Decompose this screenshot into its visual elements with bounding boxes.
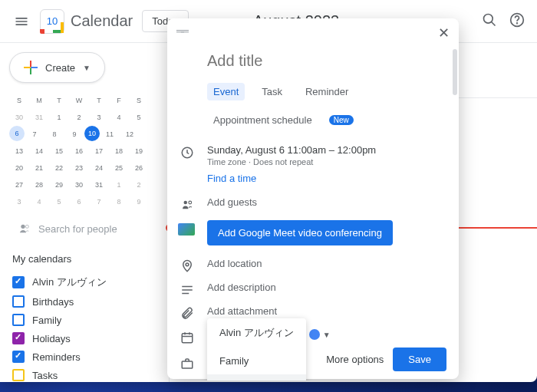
mini-cal-day[interactable]: 30: [9, 109, 29, 126]
search-icon[interactable]: [482, 12, 497, 31]
tab-reminder[interactable]: Reminder: [299, 83, 354, 100]
find-time-link[interactable]: Find a time: [207, 173, 376, 184]
mini-cal-day[interactable]: 24: [89, 160, 109, 176]
event-timezone-repeat[interactable]: Time zone · Does not repeat: [207, 157, 376, 166]
svg-rect-13: [182, 334, 193, 343]
mini-cal-day[interactable]: 6: [69, 193, 89, 210]
mini-cal-day[interactable]: 4: [109, 109, 129, 126]
svg-point-4: [21, 225, 25, 229]
drag-handle-icon[interactable]: ══: [176, 25, 186, 41]
calendar-list-item[interactable]: Reminders: [9, 348, 169, 366]
calendar-checkbox[interactable]: [12, 351, 25, 363]
tab-task[interactable]: Task: [255, 83, 288, 100]
add-attachment-button[interactable]: Add attachment: [207, 305, 277, 317]
mini-cal-day[interactable]: 1: [49, 109, 69, 126]
calendar-list-item[interactable]: Birthdays: [9, 292, 169, 311]
add-guests-button[interactable]: Add guests: [207, 196, 257, 208]
mini-cal-day[interactable]: 5: [129, 109, 149, 126]
more-options-button[interactable]: More options: [326, 354, 384, 365]
calendar-checkbox[interactable]: [12, 295, 25, 308]
calendar-checkbox[interactable]: [12, 314, 25, 326]
mini-cal-day[interactable]: 30: [69, 176, 89, 193]
mini-cal-day[interactable]: 13: [9, 143, 29, 160]
svg-point-9: [186, 263, 189, 266]
event-datetime[interactable]: Sunday, August 6 11:00am – 12:00pm: [207, 144, 376, 156]
save-button[interactable]: Save: [393, 348, 446, 371]
mini-cal-day[interactable]: 28: [29, 176, 49, 193]
svg-line-1: [492, 21, 496, 25]
add-location-button[interactable]: Add location: [207, 258, 262, 269]
main-menu-icon[interactable]: [12, 12, 31, 31]
close-icon[interactable]: ✕: [438, 25, 450, 41]
mini-cal-day[interactable]: 6: [9, 126, 25, 141]
mini-cal-day[interactable]: 23: [69, 160, 89, 176]
search-people-input[interactable]: Search for people: [9, 216, 169, 241]
svg-point-3: [517, 22, 518, 23]
add-description-button[interactable]: Add description: [207, 282, 276, 293]
svg-point-0: [484, 14, 493, 23]
mini-cal-day[interactable]: 8: [44, 126, 64, 143]
mini-cal-day[interactable]: 16: [69, 143, 89, 160]
mini-cal-day[interactable]: 20: [9, 160, 29, 176]
new-badge: New: [329, 115, 354, 125]
mini-cal-day[interactable]: 15: [49, 143, 69, 160]
mini-calendar[interactable]: SMTWTFS303112345678910111213141516171819…: [9, 92, 169, 216]
calendar-list-item[interactable]: Alvin アルヴィン: [9, 272, 169, 292]
mini-cal-day[interactable]: 26: [129, 160, 149, 176]
mini-cal-day[interactable]: 31: [89, 176, 109, 193]
dropdown-item[interactable]: Alvin アルヴィン: [207, 318, 306, 348]
mini-cal-day[interactable]: 5: [49, 193, 69, 210]
mini-cal-day[interactable]: 9: [129, 193, 149, 210]
app-name: Calendar: [71, 12, 133, 30]
create-button[interactable]: Create ▼: [9, 52, 105, 83]
mini-cal-day[interactable]: 2: [69, 109, 89, 126]
mini-cal-day[interactable]: 21: [29, 160, 49, 176]
mini-cal-day[interactable]: 3: [89, 109, 109, 126]
help-icon[interactable]: [509, 12, 525, 31]
mini-cal-day[interactable]: 29: [49, 176, 69, 193]
calendar-checkbox[interactable]: [12, 332, 25, 344]
mini-cal-day[interactable]: 3: [9, 193, 29, 210]
mini-cal-day[interactable]: 31: [29, 109, 49, 126]
mini-cal-day[interactable]: 4: [29, 193, 49, 210]
logo-icon: 10: [40, 9, 64, 34]
calendar-list-item[interactable]: Tasks: [9, 366, 169, 382]
calendar-icon: [180, 331, 195, 347]
svg-rect-12: [182, 293, 189, 295]
color-selector[interactable]: ▼: [309, 329, 331, 340]
calendar-dropdown: Alvin アルヴィン Family Holidays: [207, 318, 306, 380]
svg-point-7: [184, 201, 188, 205]
mini-cal-day[interactable]: 27: [9, 176, 29, 193]
my-calendars-header[interactable]: My calendars: [9, 250, 169, 272]
calendar-list-item[interactable]: Family: [9, 311, 169, 329]
mini-cal-day[interactable]: 7: [89, 193, 109, 210]
mini-cal-day[interactable]: 12: [120, 126, 140, 143]
dropdown-item[interactable]: Family: [207, 348, 306, 374]
mini-cal-day[interactable]: 14: [29, 143, 49, 160]
mini-cal-day[interactable]: 8: [109, 193, 129, 210]
mini-cal-day[interactable]: 2: [129, 176, 149, 193]
plus-icon: [24, 61, 38, 74]
quick-add-dialog: ══ ✕ Event Task Reminder Appointment sch…: [167, 18, 459, 379]
tab-appointment[interactable]: Appointment schedule: [207, 111, 318, 129]
mini-cal-day[interactable]: 18: [109, 143, 129, 160]
calendar-checkbox[interactable]: [12, 276, 25, 288]
mini-cal-day[interactable]: 25: [109, 160, 129, 176]
dropdown-item[interactable]: Holidays: [207, 374, 306, 380]
calendar-checkbox[interactable]: [12, 369, 25, 381]
clock-icon: [180, 146, 195, 162]
mini-cal-day[interactable]: 22: [49, 160, 69, 176]
mini-cal-day[interactable]: 10: [84, 126, 100, 141]
tab-event[interactable]: Event: [207, 83, 245, 100]
add-meet-button[interactable]: Add Google Meet video conferencing: [207, 220, 393, 245]
mini-cal-day[interactable]: 11: [100, 126, 120, 143]
mini-cal-day[interactable]: 17: [89, 143, 109, 160]
mini-cal-day[interactable]: 7: [25, 126, 44, 143]
calendar-list-item[interactable]: Holidays: [9, 329, 169, 348]
mini-cal-day[interactable]: 19: [129, 143, 149, 160]
mini-cal-day[interactable]: 1: [109, 176, 129, 193]
briefcase-icon: [180, 357, 195, 373]
event-title-input[interactable]: [207, 48, 446, 75]
description-icon: [180, 283, 195, 299]
mini-cal-day[interactable]: 9: [64, 126, 84, 143]
